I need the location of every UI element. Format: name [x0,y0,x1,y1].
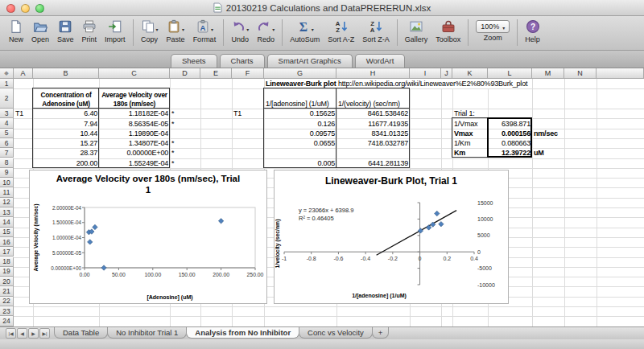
cell-F3[interactable]: T1 [232,109,264,118]
col-header-J[interactable]: J [441,68,452,79]
save-button[interactable]: Save [53,18,78,43]
row-header-3[interactable]: 3 [0,109,14,118]
row-header-1[interactable]: 1 [0,79,14,88]
cell-C3[interactable]: 1.18182E-04 [99,109,170,118]
cell-D6[interactable]: * [170,138,200,148]
sort-za-button[interactable]: ZA Sort Z-A [358,18,394,43]
row-header-13[interactable]: 13 [0,207,14,217]
cell-C6[interactable]: 1.34807E-04 [99,138,170,148]
cell-K5[interactable]: Vmax [452,129,488,138]
row-header-19[interactable]: 19 [0,267,14,277]
new-button[interactable]: New [5,18,27,43]
row-header-6[interactable]: 6 [0,138,14,148]
dropdown-caret-icon[interactable]: ▾ [272,27,275,35]
cell-B3[interactable]: 6.40 [33,109,99,118]
cell-K4[interactable]: 1/Vmax [452,118,488,128]
row-header-24[interactable]: 24 [0,316,14,326]
cell-B7[interactable]: 28.37 [33,148,99,158]
dropdown-caret-icon[interactable]: ▾ [156,27,159,35]
col-header-A[interactable]: A [14,68,33,79]
format-button[interactable]: A▾ Format [189,18,221,43]
cell-L5[interactable]: 0.000156 [488,129,532,138]
row-header-8[interactable]: 8 [0,158,14,168]
data-point[interactable] [88,240,93,244]
gallery-tab-smartart[interactable]: SmartArt Graphics [267,54,353,68]
cell-H1[interactable]: http://en.wikipedia.org/wiki/Lineweaver%… [336,79,529,88]
cell-B4[interactable]: 7.94 [33,118,99,128]
redo-button[interactable]: ▾ Redo [253,18,279,43]
dropdown-caret-icon[interactable]: ▾ [312,27,314,35]
row-header-5[interactable]: 5 [0,129,14,138]
zoom-control[interactable]: 100%▾ Zoom [472,18,514,42]
row-header-2[interactable]: 2 [0,88,14,109]
cell-G8[interactable]: 0.005 [264,158,336,168]
next-sheet-button[interactable]: ▶ [28,328,39,339]
data-point[interactable] [101,265,106,270]
row-header-21[interactable]: 21 [0,286,14,296]
dropdown-caret-icon[interactable]: ▾ [182,27,184,35]
cell-B8[interactable]: 200.00 [33,158,99,168]
sheet-tab-conc-vs-velocity[interactable]: Conc vs Velocity [299,327,373,339]
help-button[interactable]: ? Help [521,18,544,43]
undo-button[interactable]: ▾ Undo [227,18,253,43]
col-header-D[interactable]: D [170,68,200,79]
row-header-11[interactable]: 11 [0,187,14,197]
col-header-C[interactable]: C [99,68,170,79]
cell-A3[interactable]: T1 [14,109,33,118]
data-point[interactable] [93,224,97,229]
cell-G3[interactable]: 0.15625 [264,109,336,118]
col-header-K[interactable]: K [452,68,488,79]
cell-B5[interactable]: 10.44 [33,129,99,138]
zoom-value-dropdown[interactable]: 100%▾ [476,20,510,33]
cell-G1[interactable]: Lineweaver-Burk plot [264,79,336,88]
col-header-H[interactable]: H [336,68,410,79]
row-header-23[interactable]: 23 [0,306,14,316]
cell-H8[interactable]: 6441.281139 [336,158,410,168]
cell-K7[interactable]: Km [452,148,488,158]
row-header-20[interactable]: 20 [0,277,14,286]
title-bar[interactable]: 20130219 Calculations and DataPRERERUN.x… [0,0,644,16]
cell-G6[interactable]: 0.0655 [264,138,336,148]
add-sheet-button[interactable]: + [372,327,390,339]
cell-G4[interactable]: 0.126 [264,118,336,128]
gallery-tab-sheets[interactable]: Sheets [171,54,217,68]
minimize-button[interactable] [21,4,30,13]
data-point[interactable] [426,225,431,230]
sheet-grid[interactable]: ◆ABCDEFGHIJKLMN1234567891011121314151617… [0,68,644,326]
copy-button[interactable]: ▾ Copy [137,18,163,43]
print-button[interactable]: Print [78,18,101,43]
cell-L6[interactable]: 0.080663 [488,138,532,148]
cell-K6[interactable]: 1/Km [452,138,488,148]
col-header-F[interactable]: F [232,68,264,79]
cell-D8[interactable]: * [170,158,200,168]
row-header-16[interactable]: 16 [0,237,14,247]
cell-H2[interactable]: 1/(velocity) (sec/nm) [336,88,410,109]
cell-D7[interactable]: * [170,148,200,158]
zoom-window-button[interactable] [35,4,44,13]
col-header-E[interactable]: E [200,68,232,79]
row-header-14[interactable]: 14 [0,217,14,227]
chart-lineweaver[interactable]: Lineweaver-Burk Plot, Trial 1-1-0.8-0.6-… [274,170,509,304]
gallery-button[interactable]: Gallery [401,18,432,43]
toolbox-button[interactable]: Toolbox [431,18,464,43]
select-all-corner[interactable]: ◆ [0,68,14,79]
cell-G2[interactable]: 1/[adenosine] (1/uM) [264,88,336,109]
open-button[interactable]: Open [27,18,53,43]
sheet-tab-data-table[interactable]: Data Table [54,327,108,339]
last-sheet-button[interactable]: ▶| [39,328,50,339]
dropdown-caret-icon[interactable]: ▾ [211,27,213,35]
gallery-tab-wordart[interactable]: WordArt [355,54,406,68]
gallery-tab-charts[interactable]: Charts [220,54,265,68]
cell-G5[interactable]: 0.09575 [264,129,336,138]
dropdown-caret-icon[interactable]: ▾ [246,27,249,35]
col-header-blank[interactable] [597,68,644,79]
cell-C4[interactable]: 8.56354E-05 [99,118,170,128]
first-sheet-button[interactable]: |◀ [6,328,16,339]
import-button[interactable]: Import [101,18,130,43]
row-header-10[interactable]: 10 [0,178,14,187]
row-header-7[interactable]: 7 [0,148,14,158]
row-header-9[interactable]: 9 [0,168,14,178]
col-header-L[interactable]: L [488,68,532,79]
cell-D3[interactable]: * [170,109,200,118]
chart-velocity[interactable]: Average Velocity over 180s (nm/sec), Tri… [29,170,267,304]
